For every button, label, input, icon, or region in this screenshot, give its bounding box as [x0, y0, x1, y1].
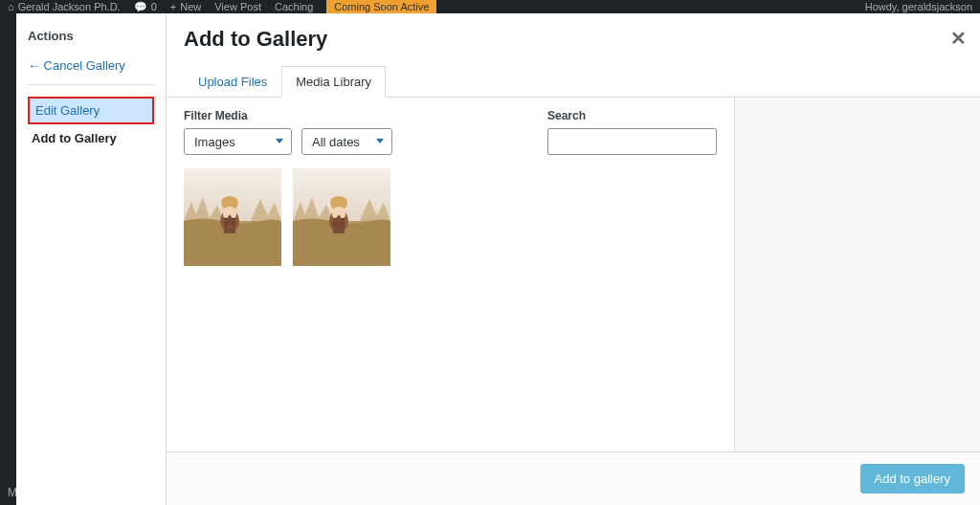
coming-soon-badge: Coming Soon Active	[326, 0, 436, 13]
howdy-link[interactable]: Howdy, geraldsjackson	[865, 1, 972, 12]
site-name-text: Gerald Jackson Ph.D.	[18, 1, 121, 12]
site-name-link[interactable]: ⌂ Gerald Jackson Ph.D.	[8, 1, 121, 12]
comments-count: 0	[151, 1, 157, 12]
new-text: New	[180, 1, 201, 12]
admin-bar: ⌂ Gerald Jackson Ph.D. 💬 0 + New View Po…	[0, 0, 980, 13]
home-icon: ⌂	[8, 1, 14, 12]
comments-link[interactable]: 💬 0	[134, 1, 157, 13]
caching-link[interactable]: Caching	[275, 1, 313, 12]
new-link[interactable]: + New	[170, 1, 201, 12]
comment-icon: 💬	[134, 1, 147, 13]
plus-icon: +	[170, 1, 176, 12]
view-post-link[interactable]: View Post	[214, 1, 261, 12]
